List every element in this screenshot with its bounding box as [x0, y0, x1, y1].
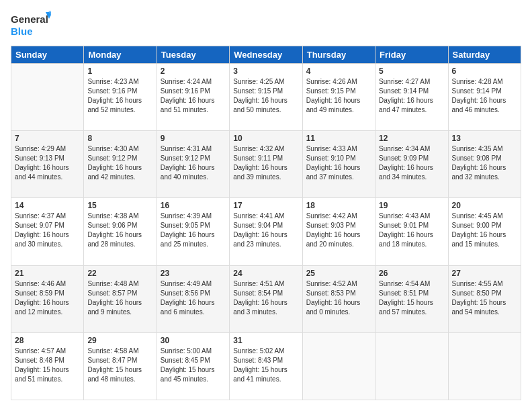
day-cell: 9Sunrise: 4:31 AM Sunset: 9:12 PM Daylig…: [157, 131, 229, 198]
day-number: 18: [306, 201, 371, 210]
day-cell: 20Sunrise: 4:45 AM Sunset: 9:00 PM Dayli…: [448, 198, 521, 265]
svg-text:Blue: Blue: [11, 26, 33, 37]
logo: General Blue: [11, 11, 51, 40]
day-number: 30: [161, 336, 226, 345]
day-cell: 29Sunrise: 4:58 AM Sunset: 8:47 PM Dayli…: [84, 332, 157, 400]
day-number: 15: [87, 201, 152, 210]
day-cell: 17Sunrise: 4:41 AM Sunset: 9:04 PM Dayli…: [230, 198, 302, 265]
day-number: 10: [233, 134, 298, 143]
day-cell: 14Sunrise: 4:37 AM Sunset: 9:07 PM Dayli…: [11, 198, 84, 265]
day-cell: 23Sunrise: 4:49 AM Sunset: 8:56 PM Dayli…: [157, 265, 229, 332]
day-cell: 4Sunrise: 4:26 AM Sunset: 9:15 PM Daylig…: [302, 64, 375, 131]
day-info: Sunrise: 4:30 AM Sunset: 9:12 PM Dayligh…: [87, 144, 152, 182]
day-info: Sunrise: 4:51 AM Sunset: 8:54 PM Dayligh…: [233, 279, 298, 317]
day-number: 9: [161, 134, 226, 143]
day-number: 21: [15, 269, 80, 278]
col-header-monday: Monday: [84, 46, 157, 64]
day-number: 31: [233, 336, 298, 345]
day-info: Sunrise: 4:32 AM Sunset: 9:11 PM Dayligh…: [233, 144, 298, 182]
col-header-friday: Friday: [375, 46, 448, 64]
logo-svg: General Blue: [11, 11, 51, 40]
day-info: Sunrise: 4:55 AM Sunset: 8:50 PM Dayligh…: [452, 279, 517, 317]
day-number: 2: [161, 66, 226, 76]
col-header-sunday: Sunday: [11, 46, 84, 64]
day-cell: 13Sunrise: 4:35 AM Sunset: 9:08 PM Dayli…: [448, 131, 521, 198]
day-info: Sunrise: 5:02 AM Sunset: 8:43 PM Dayligh…: [233, 347, 298, 384]
day-cell: 19Sunrise: 4:43 AM Sunset: 9:01 PM Dayli…: [375, 198, 448, 265]
day-number: 1: [87, 66, 152, 76]
day-cell: 7Sunrise: 4:29 AM Sunset: 9:13 PM Daylig…: [11, 131, 84, 198]
day-number: 6: [452, 66, 517, 76]
day-number: 29: [87, 336, 152, 345]
day-cell: 31Sunrise: 5:02 AM Sunset: 8:43 PM Dayli…: [230, 332, 302, 400]
day-info: Sunrise: 5:00 AM Sunset: 8:45 PM Dayligh…: [161, 347, 226, 384]
day-info: Sunrise: 4:37 AM Sunset: 9:07 PM Dayligh…: [15, 212, 80, 249]
day-cell: 10Sunrise: 4:32 AM Sunset: 9:11 PM Dayli…: [230, 131, 302, 198]
day-cell: 26Sunrise: 4:54 AM Sunset: 8:51 PM Dayli…: [375, 265, 448, 332]
day-cell: 22Sunrise: 4:48 AM Sunset: 8:57 PM Dayli…: [84, 265, 157, 332]
day-number: 25: [306, 269, 371, 278]
day-cell: 18Sunrise: 4:42 AM Sunset: 9:03 PM Dayli…: [302, 198, 375, 265]
day-number: 22: [87, 269, 152, 278]
day-cell: 30Sunrise: 5:00 AM Sunset: 8:45 PM Dayli…: [157, 332, 229, 400]
day-cell: 8Sunrise: 4:30 AM Sunset: 9:12 PM Daylig…: [84, 131, 157, 198]
day-info: Sunrise: 4:27 AM Sunset: 9:14 PM Dayligh…: [379, 77, 444, 115]
day-number: 4: [306, 66, 371, 76]
day-info: Sunrise: 4:26 AM Sunset: 9:15 PM Dayligh…: [306, 77, 371, 115]
day-number: 8: [87, 134, 152, 143]
day-number: 3: [233, 66, 298, 76]
day-number: 12: [379, 134, 444, 143]
day-cell: 12Sunrise: 4:34 AM Sunset: 9:09 PM Dayli…: [375, 131, 448, 198]
week-row-2: 7Sunrise: 4:29 AM Sunset: 9:13 PM Daylig…: [11, 131, 521, 198]
day-info: Sunrise: 4:38 AM Sunset: 9:06 PM Dayligh…: [87, 212, 152, 249]
day-number: 5: [379, 66, 444, 76]
day-number: 27: [452, 269, 517, 278]
day-info: Sunrise: 4:58 AM Sunset: 8:47 PM Dayligh…: [87, 347, 152, 384]
day-info: Sunrise: 4:23 AM Sunset: 9:16 PM Dayligh…: [87, 77, 152, 115]
day-info: Sunrise: 4:24 AM Sunset: 9:16 PM Dayligh…: [161, 77, 226, 115]
col-header-thursday: Thursday: [302, 46, 375, 64]
day-info: Sunrise: 4:41 AM Sunset: 9:04 PM Dayligh…: [233, 212, 298, 249]
day-cell: 6Sunrise: 4:28 AM Sunset: 9:14 PM Daylig…: [448, 64, 521, 131]
day-cell: 3Sunrise: 4:25 AM Sunset: 9:15 PM Daylig…: [230, 64, 302, 131]
day-cell: 2Sunrise: 4:24 AM Sunset: 9:16 PM Daylig…: [157, 64, 229, 131]
day-number: 14: [15, 201, 80, 210]
day-cell: 15Sunrise: 4:38 AM Sunset: 9:06 PM Dayli…: [84, 198, 157, 265]
svg-text:General: General: [11, 13, 48, 25]
col-header-wednesday: Wednesday: [230, 46, 302, 64]
day-info: Sunrise: 4:35 AM Sunset: 9:08 PM Dayligh…: [452, 144, 517, 182]
day-cell: 1Sunrise: 4:23 AM Sunset: 9:16 PM Daylig…: [84, 64, 157, 131]
col-header-saturday: Saturday: [448, 46, 521, 64]
day-number: 24: [233, 269, 298, 278]
day-info: Sunrise: 4:25 AM Sunset: 9:15 PM Dayligh…: [233, 77, 298, 115]
day-cell: 11Sunrise: 4:33 AM Sunset: 9:10 PM Dayli…: [302, 131, 375, 198]
day-info: Sunrise: 4:43 AM Sunset: 9:01 PM Dayligh…: [379, 212, 444, 249]
day-info: Sunrise: 4:48 AM Sunset: 8:57 PM Dayligh…: [87, 279, 152, 317]
day-info: Sunrise: 4:28 AM Sunset: 9:14 PM Dayligh…: [452, 77, 517, 115]
day-number: 13: [452, 134, 517, 143]
day-number: 7: [15, 134, 80, 143]
day-info: Sunrise: 4:57 AM Sunset: 8:48 PM Dayligh…: [15, 347, 80, 384]
day-cell: 16Sunrise: 4:39 AM Sunset: 9:05 PM Dayli…: [157, 198, 229, 265]
week-row-1: 1Sunrise: 4:23 AM Sunset: 9:16 PM Daylig…: [11, 64, 521, 131]
day-info: Sunrise: 4:52 AM Sunset: 8:53 PM Dayligh…: [306, 279, 371, 317]
calendar: SundayMondayTuesdayWednesdayThursdayFrid…: [11, 46, 521, 400]
day-number: 28: [15, 336, 80, 345]
day-cell: 28Sunrise: 4:57 AM Sunset: 8:48 PM Dayli…: [11, 332, 84, 400]
day-number: 23: [161, 269, 226, 278]
day-cell: [11, 64, 84, 131]
day-cell: 21Sunrise: 4:46 AM Sunset: 8:59 PM Dayli…: [11, 265, 84, 332]
week-row-5: 28Sunrise: 4:57 AM Sunset: 8:48 PM Dayli…: [11, 332, 521, 400]
day-info: Sunrise: 4:39 AM Sunset: 9:05 PM Dayligh…: [161, 212, 226, 249]
day-info: Sunrise: 4:42 AM Sunset: 9:03 PM Dayligh…: [306, 212, 371, 249]
day-number: 11: [306, 134, 371, 143]
day-info: Sunrise: 4:46 AM Sunset: 8:59 PM Dayligh…: [15, 279, 80, 317]
col-header-tuesday: Tuesday: [157, 46, 229, 64]
page: General Blue SundayMondayTuesdayWednesda…: [0, 0, 532, 411]
day-info: Sunrise: 4:45 AM Sunset: 9:00 PM Dayligh…: [452, 212, 517, 249]
day-info: Sunrise: 4:54 AM Sunset: 8:51 PM Dayligh…: [379, 279, 444, 317]
week-row-3: 14Sunrise: 4:37 AM Sunset: 9:07 PM Dayli…: [11, 198, 521, 265]
day-cell: [302, 332, 375, 400]
day-number: 20: [452, 201, 517, 210]
week-row-4: 21Sunrise: 4:46 AM Sunset: 8:59 PM Dayli…: [11, 265, 521, 332]
